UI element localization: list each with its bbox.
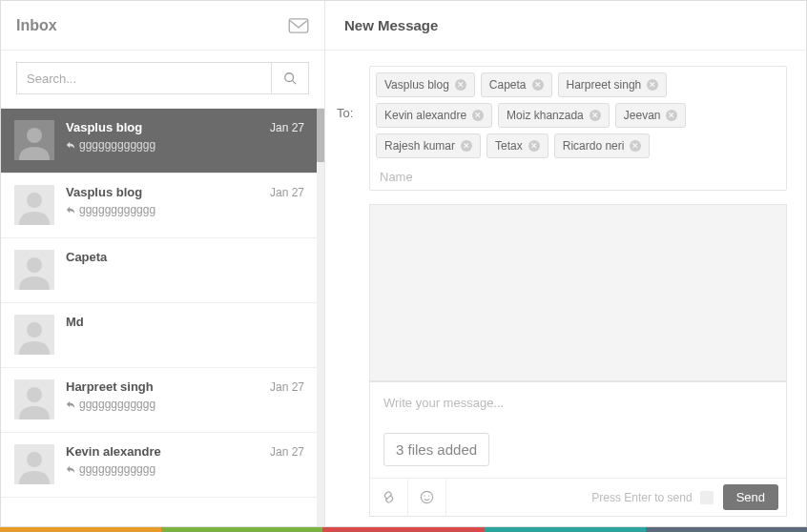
svg-point-7 [27,387,42,402]
inbox-panel: Inbox Vasplus blogJan 27ggggggggggggVasp… [1,1,325,526]
avatar [14,185,54,225]
recipient-chip[interactable]: Vasplus blog✕ [376,72,475,97]
chip-label: Ricardo neri [563,139,625,153]
conversation-item[interactable]: Md [1,303,318,368]
compose-box: 3 files added [369,381,787,517]
conversation-date: Jan 27 [270,380,304,394]
conversation-name: Md [66,315,84,329]
recipient-chip[interactable]: Kevin alexandre✕ [376,103,492,128]
chip-remove-icon[interactable]: ✕ [455,79,466,91]
chip-remove-icon[interactable]: ✕ [647,79,658,91]
conversation-preview: gggggggggggg [66,462,304,476]
attach-button[interactable] [370,479,408,517]
recipient-chip[interactable]: Moiz khanzada✕ [498,103,610,128]
chip-label: Tetax [495,139,523,153]
svg-point-5 [27,257,42,273]
send-button[interactable]: Send [723,484,778,510]
svg-point-3 [27,128,42,143]
chip-label: Vasplus blog [384,78,449,92]
search-button[interactable] [271,62,309,94]
envelope-icon [288,18,309,33]
svg-point-9 [421,491,432,502]
enter-to-send-checkbox[interactable] [700,491,714,504]
conversation-date: Jan 27 [270,186,304,199]
svg-line-2 [293,81,297,85]
recipients-box[interactable]: Vasplus blog✕Capeta✕Harpreet singh✕Kevin… [369,66,787,191]
files-badge[interactable]: 3 files added [383,433,489,466]
chip-remove-icon[interactable]: ✕ [590,110,601,121]
recipient-chip[interactable]: Tetax✕ [486,133,548,158]
color-bar [0,527,807,532]
conversation-name: Kevin alexandre [66,444,161,459]
avatar [14,379,54,419]
send-hint: Press Enter to send [591,491,692,504]
chip-remove-icon[interactable]: ✕ [472,110,484,121]
conversation-name: Vasplus blog [66,120,142,134]
chip-label: Moiz khanzada [507,109,584,122]
recipient-chip[interactable]: Rajesh kumar✕ [376,133,481,158]
conversation-name: Vasplus blog [66,185,142,199]
chip-label: Harpreet singh [567,78,642,92]
chip-label: Kevin alexandre [384,109,466,122]
search-input[interactable] [16,62,271,94]
search-icon [283,72,297,85]
conversation-item[interactable]: Harpreet singhJan 27gggggggggggg [1,368,318,433]
conversation-item[interactable]: Kevin alexandreJan 27gggggggggggg [1,433,318,498]
chip-label: Rajesh kumar [384,139,455,153]
chip-label: Capeta [489,78,527,92]
conversation-item[interactable]: Capeta [1,238,318,303]
avatar [14,250,54,290]
conversation-item[interactable]: Vasplus blogJan 27gggggggggggg [1,109,318,174]
chip-label: Jeevan [624,109,661,122]
svg-point-11 [428,495,429,496]
color-segment [485,527,646,532]
compose-footer: Press Enter to send Send [370,478,786,516]
scrollbar[interactable] [317,109,324,526]
recipient-chip[interactable]: Ricardo neri✕ [554,133,651,158]
svg-point-8 [27,452,42,467]
svg-point-4 [27,193,42,208]
avatar [14,120,54,160]
link-icon [382,490,396,504]
color-segment [0,527,161,532]
chip-remove-icon[interactable]: ✕ [528,140,540,152]
conversation-name: Harpreet singh [66,379,154,394]
conversation-preview: gggggggggggg [66,398,304,411]
color-segment [646,527,807,532]
color-segment [161,527,322,532]
message-input[interactable] [370,382,786,426]
recipient-chip[interactable]: Harpreet singh✕ [558,72,668,97]
compose-title: New Message [344,17,438,33]
inbox-title: Inbox [16,17,57,34]
chip-remove-icon[interactable]: ✕ [630,140,641,152]
avatar [14,444,54,484]
chip-remove-icon[interactable]: ✕ [461,140,472,152]
message-history-area [369,204,787,381]
color-segment [322,527,484,532]
chip-remove-icon[interactable]: ✕ [532,79,544,91]
emoji-button[interactable] [408,479,446,517]
to-label: To: [331,66,369,120]
scrollbar-thumb[interactable] [317,109,324,162]
conversation-date: Jan 27 [270,121,304,134]
avatar [14,315,54,355]
to-row: To: Vasplus blog✕Capeta✕Harpreet singh✕K… [325,66,787,191]
conversation-item[interactable]: Vasplus blogJan 27gggggggggggg [1,174,318,238]
svg-rect-0 [289,18,308,31]
recipient-chip[interactable]: Capeta✕ [481,72,552,97]
recipient-input[interactable] [376,164,780,188]
search-row [1,51,324,109]
conversation-name: Capeta [66,250,107,264]
smile-icon [420,490,434,504]
conversation-scroll: Vasplus blogJan 27ggggggggggggVasplus bl… [1,109,324,526]
chip-remove-icon[interactable]: ✕ [666,110,677,121]
recipient-chip[interactable]: Jeevan✕ [615,103,687,128]
svg-point-10 [424,495,425,496]
compose-panel: New Message To: Vasplus blog✕Capeta✕Harp… [325,1,806,526]
conversation-preview: gggggggggggg [66,138,304,152]
svg-point-6 [27,322,42,338]
inbox-header: Inbox [1,1,324,51]
svg-point-1 [285,73,294,82]
conversation-date: Jan 27 [270,445,304,459]
conversation-preview: gggggggggggg [66,203,304,216]
